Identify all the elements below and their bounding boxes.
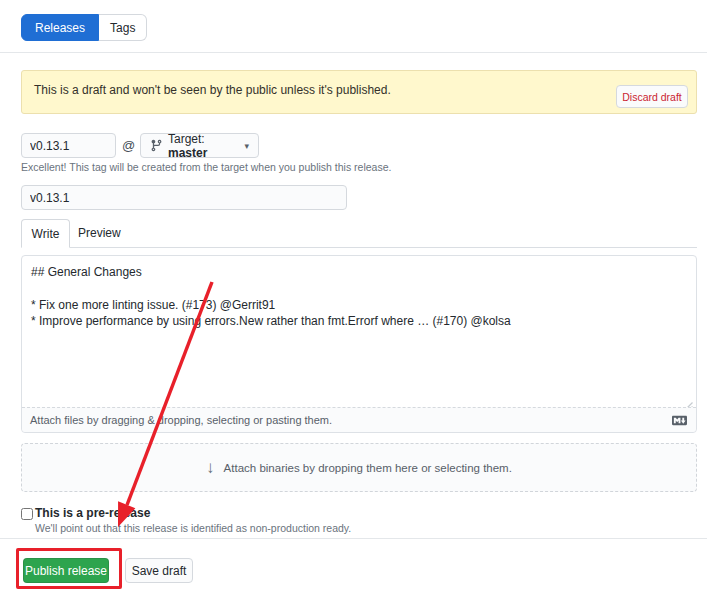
attach-files-hint: Attach files by dragging & dropping, sel…: [30, 414, 332, 426]
tab-write[interactable]: Write: [21, 219, 70, 248]
at-symbol: @: [122, 138, 135, 153]
git-branch-icon: [150, 139, 163, 152]
releases-tags-switch: Releases Tags: [21, 14, 147, 41]
target-label: Target: master: [168, 132, 237, 160]
publish-release-button[interactable]: Publish release: [23, 558, 109, 583]
tag-name-input[interactable]: [21, 133, 116, 158]
target-branch-name: master: [168, 146, 207, 160]
prerelease-label: This is a pre-release: [35, 506, 150, 520]
tab-releases[interactable]: Releases: [21, 14, 99, 41]
tabnav-border: [21, 247, 697, 248]
attach-binaries-hint: Attach binaries by dropping them here or…: [224, 462, 512, 474]
tag-helper-text: Excellent! This tag will be created from…: [21, 161, 391, 173]
editor-footer[interactable]: Attach files by dragging & dropping, sel…: [22, 407, 696, 432]
save-draft-button[interactable]: Save draft: [125, 558, 193, 583]
discard-draft-button[interactable]: Discard draft: [616, 85, 688, 108]
attach-binaries-dropzone[interactable]: ↓ Attach binaries by dropping them here …: [21, 443, 697, 492]
tab-preview[interactable]: Preview: [78, 226, 121, 240]
release-body-textarea[interactable]: ## General Changes * Fix one more lintin…: [22, 256, 696, 409]
release-description-editor: ## General Changes * Fix one more lintin…: [21, 255, 697, 433]
tab-tags[interactable]: Tags: [99, 14, 147, 41]
markdown-icon: [671, 413, 688, 428]
prerelease-checkbox[interactable]: [21, 508, 33, 520]
draft-banner-message: This is a draft and won't be seen by the…: [34, 83, 391, 97]
target-branch-dropdown[interactable]: Target: master ▾: [140, 133, 259, 158]
release-title-input[interactable]: [21, 185, 347, 210]
prerelease-help-text: We'll point out that this release is ide…: [35, 522, 351, 534]
caret-down-icon: ▾: [244, 141, 249, 151]
actions-divider: [0, 538, 707, 539]
header-divider: [0, 52, 707, 53]
draft-banner: This is a draft and won't be seen by the…: [21, 70, 697, 114]
arrow-down-icon: ↓: [206, 459, 215, 476]
